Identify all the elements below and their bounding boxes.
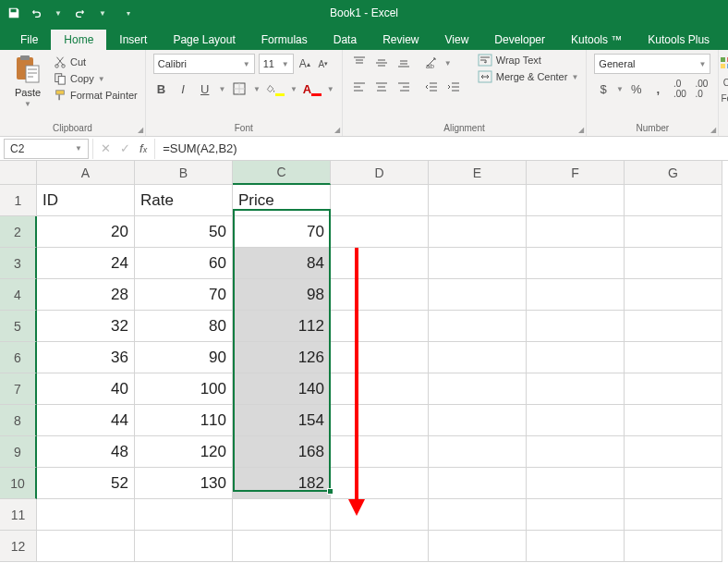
cell-B4[interactable]: 70 (135, 279, 233, 311)
cell-C4[interactable]: 98 (233, 279, 331, 311)
cell-B1[interactable]: Rate (135, 185, 233, 216)
cell-C8[interactable]: 154 (233, 405, 331, 436)
cond-fmt-partial-icon[interactable] (719, 55, 728, 72)
cell-G4[interactable] (625, 279, 722, 311)
cell-A3[interactable]: 24 (37, 248, 135, 279)
cell-D9[interactable] (331, 436, 429, 468)
cell-E10[interactable] (429, 468, 527, 499)
cell-F7[interactable] (527, 373, 625, 405)
tab-kutools[interactable]: Kutools ™ (558, 30, 635, 50)
cell-C10[interactable]: 182 (233, 468, 331, 499)
clipboard-launcher-icon[interactable]: ◢ (138, 126, 143, 134)
cell-B5[interactable]: 80 (135, 311, 233, 342)
cell-D8[interactable] (331, 405, 429, 436)
comma-icon[interactable]: , (649, 80, 667, 98)
cut-button[interactable]: Cut (54, 55, 138, 68)
cell-F9[interactable] (527, 436, 625, 468)
cell-D10[interactable] (331, 468, 429, 499)
cell-G1[interactable] (625, 185, 722, 216)
row-header-2[interactable]: 2 (0, 216, 37, 248)
font-size-select[interactable]: 11▼ (259, 54, 294, 74)
tab-file[interactable]: File (7, 30, 51, 50)
cell-C7[interactable]: 140 (233, 373, 331, 405)
cell-E3[interactable] (429, 248, 527, 279)
tab-formulas[interactable]: Formulas (249, 30, 321, 50)
row-header-10[interactable]: 10 (0, 468, 37, 499)
cell-E9[interactable] (429, 436, 527, 468)
cell-A8[interactable]: 44 (37, 405, 135, 436)
cell-B8[interactable]: 110 (135, 405, 233, 436)
cell-C6[interactable]: 126 (233, 342, 331, 373)
tab-insert[interactable]: Insert (106, 30, 160, 50)
cell-G10[interactable] (625, 468, 722, 499)
font-name-select[interactable]: Calibri▼ (153, 54, 255, 74)
cell-B2[interactable]: 50 (135, 216, 233, 248)
cell-E12[interactable] (429, 531, 527, 562)
row-header-6[interactable]: 6 (0, 342, 37, 373)
paste-icon[interactable] (13, 54, 42, 85)
cell-C12[interactable] (233, 531, 331, 562)
cell-F11[interactable] (527, 499, 625, 531)
qat-customize-icon[interactable]: ▾ (120, 5, 137, 21)
tab-review[interactable]: Review (370, 30, 431, 50)
cell-G7[interactable] (625, 373, 722, 405)
undo-dropdown-icon[interactable]: ▼ (50, 5, 67, 21)
cell-A7[interactable]: 40 (37, 373, 135, 405)
formula-input[interactable]: =SUM(A2,B2) (155, 141, 728, 155)
fill-handle[interactable] (327, 488, 334, 495)
col-header-C[interactable]: C (233, 161, 331, 185)
orientation-icon[interactable]: ab (422, 54, 441, 72)
spreadsheet-grid[interactable]: ABCDEFG1IDRatePrice220507032460844287098… (0, 161, 728, 562)
cell-B10[interactable]: 130 (135, 468, 233, 499)
paste-dropdown-icon[interactable]: ▼ (24, 100, 31, 108)
cell-B7[interactable]: 100 (135, 373, 233, 405)
row-header-11[interactable]: 11 (0, 499, 37, 531)
cell-C9[interactable]: 168 (233, 436, 331, 468)
format-painter-button[interactable]: Format Painter (54, 89, 138, 102)
save-icon[interactable] (6, 5, 22, 21)
col-header-F[interactable]: F (527, 161, 625, 185)
col-header-D[interactable]: D (331, 161, 429, 185)
cell-E6[interactable] (429, 342, 527, 373)
cell-F12[interactable] (527, 531, 625, 562)
cell-D2[interactable] (331, 216, 429, 248)
cell-C1[interactable]: Price (233, 185, 331, 216)
bold-button[interactable]: B (153, 80, 170, 98)
cell-C2[interactable]: 70 (233, 216, 331, 248)
cell-G5[interactable] (625, 311, 722, 342)
cell-F5[interactable] (527, 311, 625, 342)
alignment-launcher-icon[interactable]: ◢ (578, 126, 584, 134)
align-middle-icon[interactable] (372, 54, 391, 72)
currency-icon[interactable]: $ (594, 80, 613, 98)
cell-A12[interactable] (37, 531, 135, 562)
cell-G11[interactable] (625, 499, 722, 531)
number-format-select[interactable]: General▼ (594, 54, 710, 74)
col-header-A[interactable]: A (37, 161, 135, 185)
cell-A5[interactable]: 32 (37, 311, 135, 342)
cell-E11[interactable] (429, 499, 527, 531)
cell-D3[interactable] (331, 248, 429, 279)
align-center-icon[interactable] (372, 78, 391, 96)
cell-D4[interactable] (331, 279, 429, 311)
cell-B9[interactable]: 120 (135, 436, 233, 468)
enter-formula-icon[interactable]: ✓ (120, 141, 130, 155)
tab-developer[interactable]: Developer (481, 30, 558, 50)
increase-font-icon[interactable]: A▴ (297, 55, 312, 73)
underline-button[interactable]: U (197, 80, 213, 98)
cell-C3[interactable]: 84 (233, 248, 331, 279)
undo-icon[interactable] (28, 5, 44, 21)
cell-A2[interactable]: 20 (37, 216, 135, 248)
cell-C11[interactable] (233, 499, 331, 531)
cell-F1[interactable] (527, 185, 625, 216)
paste-label[interactable]: Paste (15, 87, 41, 98)
cell-F8[interactable] (527, 405, 625, 436)
cell-A9[interactable]: 48 (37, 436, 135, 468)
tab-view[interactable]: View (432, 30, 482, 50)
cell-F4[interactable] (527, 279, 625, 311)
redo-dropdown-icon[interactable]: ▼ (94, 5, 111, 21)
cell-G6[interactable] (625, 342, 722, 373)
cell-D12[interactable] (331, 531, 429, 562)
col-header-E[interactable]: E (429, 161, 527, 185)
tab-kutools-plus[interactable]: Kutools Plus (635, 30, 722, 50)
align-left-icon[interactable] (350, 78, 369, 96)
